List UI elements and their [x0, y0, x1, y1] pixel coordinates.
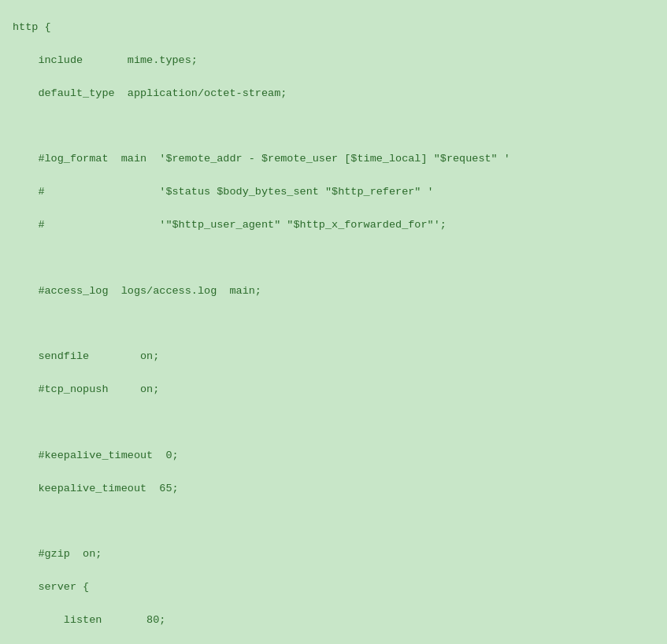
- code-line: #tcp_nopush on;: [13, 382, 654, 398]
- code-line: include mime.types;: [13, 53, 654, 69]
- code-line: server {: [13, 579, 654, 596]
- code-line: sendfile on;: [13, 349, 654, 365]
- code-line: #keepalive_timeout 0;: [13, 448, 654, 464]
- code-line: http {: [13, 20, 654, 36]
- code-line: #access_log logs/access.log main;: [13, 283, 654, 300]
- code-block-top: http { include mime.types; default_type …: [0, 0, 667, 644]
- code-line: keepalive_timeout 65;: [13, 481, 654, 498]
- code-line: listen 80;: [13, 613, 654, 629]
- code-line: [13, 250, 654, 267]
- code-line: # '$status $body_bytes_sent "$http_refer…: [13, 184, 654, 201]
- code-line: # '"$http_user_agent" "$http_x_forwarded…: [13, 217, 654, 234]
- code-line: default_type application/octet-stream;: [13, 86, 654, 102]
- code-editor: http { include mime.types; default_type …: [0, 0, 667, 644]
- code-line: #log_format main '$remote_addr - $remote…: [13, 151, 654, 168]
- code-line: [13, 415, 654, 431]
- code-line: [13, 118, 654, 135]
- code-line: #gzip on;: [13, 546, 654, 563]
- code-line: [13, 514, 654, 531]
- code-line: [13, 316, 654, 333]
